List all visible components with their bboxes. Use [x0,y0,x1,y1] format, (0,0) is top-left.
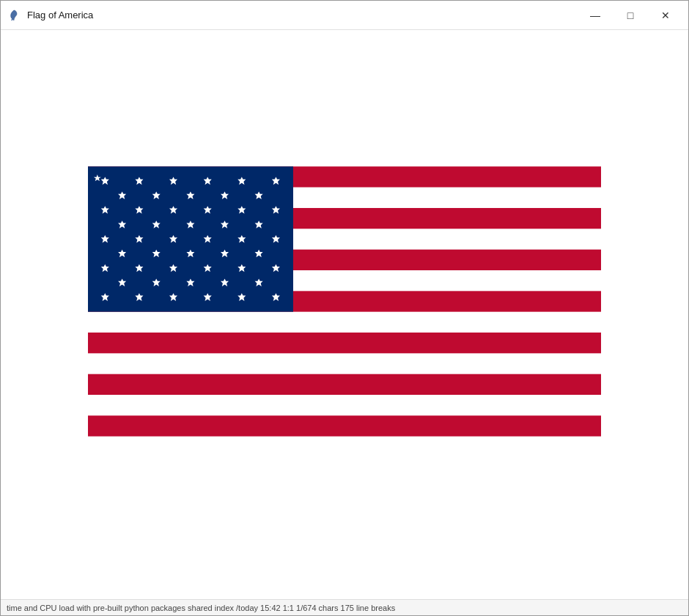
window-controls: — □ ✕ [578,4,682,27]
status-bar: time and CPU load with pre-built python … [1,599,688,615]
status-text: time and CPU load with pre-built python … [7,604,395,612]
us-flag [88,166,601,437]
flag-svg [88,166,601,437]
minimize-button[interactable]: — [578,4,612,27]
svg-rect-6 [88,353,601,374]
title-bar-left: Flag of America [7,8,93,23]
app-icon [7,8,21,23]
maximize-button[interactable]: □ [614,4,647,27]
close-button[interactable]: ✕ [649,4,682,27]
flag-container [88,166,601,437]
svg-rect-5 [88,311,601,332]
svg-rect-8 [88,166,293,311]
window-title: Flag of America [27,10,93,21]
app-window: Flag of America — □ ✕ [0,0,689,616]
title-bar: Flag of America — □ ✕ [1,1,688,30]
content-area [1,30,688,599]
svg-rect-7 [88,395,601,415]
